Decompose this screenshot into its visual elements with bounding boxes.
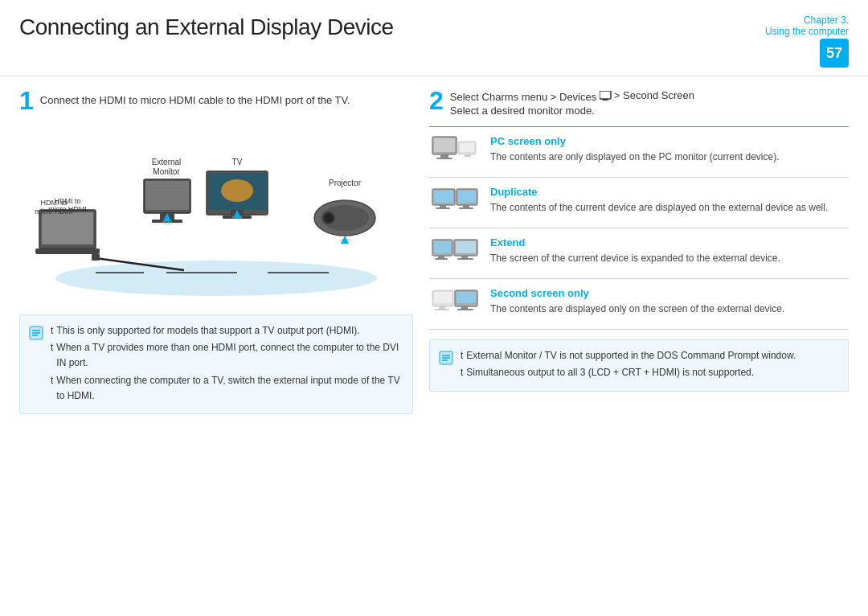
svg-rect-61	[434, 241, 451, 253]
svg-rect-3	[35, 248, 100, 254]
svg-rect-55	[436, 207, 450, 209]
mode-icon-second-only	[429, 287, 481, 321]
notes-item: t When connecting the computer to a TV, …	[51, 373, 403, 404]
step2-subtext: Select a desired monitor mode.	[450, 105, 694, 117]
mode-title-second-only: Second screen only	[490, 287, 849, 299]
svg-text:Monitor: Monitor	[153, 167, 180, 176]
chapter-sublabel: Using the computer	[765, 26, 849, 37]
notes-box-left: t This is only supported for models that…	[19, 314, 413, 414]
svg-rect-46	[434, 138, 455, 152]
chapter-badge: Chapter 3. Using the computer 57	[765, 14, 849, 68]
notes-item: t This is only supported for models that…	[51, 323, 403, 339]
left-column: 1 Connect the HDMI to micro HDMI cable t…	[19, 88, 413, 616]
mode-icon-pc-only	[429, 135, 481, 169]
svg-rect-30	[357, 214, 368, 222]
step2-text: Select Charms menu > Devices > Second Sc…	[450, 88, 694, 105]
notes-content-right: t External Monitor / TV is not supported…	[461, 348, 796, 382]
mode-desc-pc-only: The contents are only displayed on the P…	[490, 150, 849, 164]
mode-icon-extend	[429, 236, 481, 270]
mode-desc-duplicate: The contents of the current device are d…	[490, 200, 849, 215]
svg-rect-53	[434, 191, 453, 203]
svg-rect-57	[458, 191, 476, 203]
notes-content-left: t This is only supported for models that…	[51, 323, 403, 405]
svg-rect-50	[460, 143, 474, 152]
svg-rect-58	[463, 205, 469, 207]
main-content: 1 Connect the HDMI to micro HDMI cable t…	[0, 76, 868, 616]
step2-number: 2	[429, 88, 444, 113]
svg-rect-7	[92, 254, 100, 261]
mode-info-pc-only: PC screen only The contents are only dis…	[490, 135, 849, 164]
mode-info-duplicate: Duplicate The contents of the current de…	[490, 186, 849, 215]
svg-point-20	[221, 179, 253, 202]
step1-text: Connect the HDMI to micro HDMI cable to …	[40, 88, 350, 109]
right-column: 2 Select Charms menu > Devices > Second …	[429, 88, 849, 616]
svg-text:HDMI to: HDMI to	[40, 199, 67, 207]
notes-icon-left	[28, 325, 44, 405]
page-header: Connecting an External Display Device Ch…	[0, 0, 868, 76]
notes-item: t When a TV provides more than one HDMI …	[51, 340, 403, 371]
svg-rect-65	[456, 241, 476, 253]
mode-info-second-only: Second screen only The contents are disp…	[490, 287, 849, 316]
svg-rect-51	[465, 154, 471, 157]
svg-rect-62	[438, 256, 444, 258]
mode-icon-duplicate	[429, 186, 481, 220]
connection-diagram: HDMI to micro HDMI External Monitor HDMI	[31, 121, 401, 306]
svg-text:TV: TV	[232, 158, 243, 166]
mode-desc-second-only: The contents are displayed only on the s…	[490, 302, 849, 316]
page-title: Connecting an External Display Device	[19, 14, 394, 40]
note-text-2: When a TV provides more than one HDMI po…	[56, 340, 403, 371]
mode-desc-extend: The screen of the current device is expa…	[490, 251, 849, 265]
mode-info-extend: Extend The screen of the current device …	[490, 236, 849, 265]
svg-rect-48	[436, 158, 452, 159]
mode-title-duplicate: Duplicate	[490, 186, 849, 198]
svg-rect-69	[434, 292, 452, 303]
notes-box-right: t External Monitor / TV is not supported…	[429, 339, 849, 391]
modes-table: PC screen only The contents are only dis…	[429, 126, 849, 330]
svg-text:Projector: Projector	[329, 179, 362, 187]
mode-title-pc-only: PC screen only	[490, 135, 849, 147]
svg-rect-47	[440, 154, 448, 158]
svg-rect-59	[459, 207, 473, 209]
svg-rect-11	[145, 181, 189, 210]
mode-row-pc-only: PC screen only The contents are only dis…	[429, 127, 849, 178]
note-text-1: This is only supported for models that s…	[56, 323, 359, 339]
svg-rect-2	[42, 212, 93, 244]
note-text-3: When connecting the computer to a TV, sw…	[56, 373, 403, 404]
mode-row-second-only: Second screen only The contents are disp…	[429, 279, 849, 330]
step1-number: 1	[19, 88, 34, 113]
chapter-number: 57	[820, 39, 849, 68]
mode-row-duplicate: Duplicate The contents of the current de…	[429, 178, 849, 228]
svg-rect-75	[457, 309, 473, 310]
svg-point-0	[55, 261, 377, 296]
svg-rect-54	[440, 205, 446, 207]
svg-rect-42	[600, 91, 611, 99]
notes-item: t Simultaneous output to all 3 (LCD + CR…	[461, 365, 796, 380]
svg-rect-70	[439, 306, 445, 309]
svg-rect-73	[457, 292, 476, 303]
svg-rect-63	[435, 258, 448, 260]
note-right-1: External Monitor / TV is not supported i…	[466, 348, 796, 363]
step2-header: 2 Select Charms menu > Devices > Second …	[429, 88, 849, 117]
svg-text:External: External	[152, 158, 182, 166]
mode-row-extend: Extend The screen of the current device …	[429, 228, 849, 279]
step1-header: 1 Connect the HDMI to micro HDMI cable t…	[19, 88, 413, 113]
chapter-label: Chapter 3.	[804, 14, 849, 26]
svg-text:micro HDMI: micro HDMI	[35, 207, 73, 216]
diagram-svg: HDMI to micro HDMI External Monitor HDMI	[31, 121, 401, 306]
note-right-2: Simultaneous output to all 3 (LCD + CRT …	[466, 365, 754, 380]
notes-icon-right	[438, 350, 454, 382]
mode-title-extend: Extend	[490, 236, 849, 248]
notes-item: t External Monitor / TV is not supported…	[461, 348, 796, 363]
svg-rect-66	[461, 256, 468, 258]
svg-point-29	[325, 214, 333, 222]
svg-rect-67	[457, 258, 473, 260]
svg-rect-71	[435, 309, 449, 310]
svg-rect-74	[461, 306, 468, 309]
